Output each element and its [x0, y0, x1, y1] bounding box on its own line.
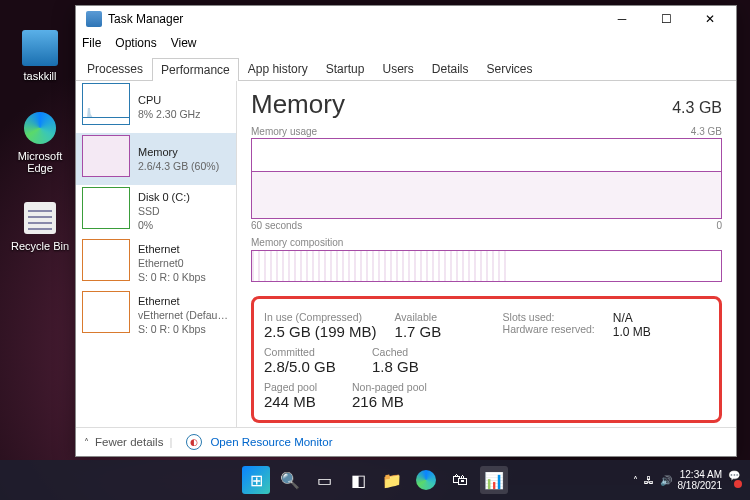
menu-file[interactable]: File [82, 36, 101, 50]
widgets-icon[interactable]: ◧ [344, 466, 372, 494]
desktop-icon-recycle-bin[interactable]: Recycle Bin [10, 200, 70, 252]
resource-monitor-icon: ◐ [186, 434, 202, 450]
sidebar-item-label: Memory [138, 145, 219, 159]
minimize-button[interactable]: ─ [600, 6, 644, 32]
time-axis-left: 60 seconds [251, 220, 302, 231]
search-icon[interactable]: 🔍 [276, 466, 304, 494]
sidebar-item-memory[interactable]: Memory2.6/4.3 GB (60%) [76, 133, 236, 185]
network-icon[interactable]: 🖧 [644, 475, 654, 486]
performance-main: Memory 4.3 GB Memory usage4.3 GB 60 seco… [237, 81, 736, 427]
usage-label: Memory usage [251, 126, 317, 137]
tab-users[interactable]: Users [373, 57, 422, 80]
notifications-icon[interactable]: 💬 [728, 470, 744, 490]
memory-composition-graph [251, 250, 722, 282]
stat-paged: 244 MB [264, 393, 334, 410]
close-button[interactable]: ✕ [688, 6, 732, 32]
tabstrip: Processes Performance App history Startu… [76, 54, 736, 81]
stat-committed: 2.8/5.0 GB [264, 358, 354, 375]
disk-thumb [82, 187, 130, 229]
desktop-icon-label: taskkill [23, 70, 56, 82]
tab-services[interactable]: Services [478, 57, 542, 80]
stat-label: Committed [264, 346, 354, 358]
sidebar-item-disk[interactable]: Disk 0 (C:)SSD0% [76, 185, 236, 237]
stat-label: Paged pool [264, 381, 334, 393]
memory-stats-panel: In use (Compressed)2.5 GB (199 MB) Avail… [251, 296, 722, 423]
stat-hardware-reserved: 1.0 MB [613, 325, 703, 339]
performance-sidebar: CPU8% 2.30 GHz Memory2.6/4.3 GB (60%) Di… [76, 81, 237, 427]
clock[interactable]: 12:34 AM 8/18/2021 [678, 469, 723, 491]
folder-icon [22, 30, 58, 66]
ethernet-thumb [82, 239, 130, 281]
stat-slots: N/A [613, 311, 703, 325]
sidebar-item-label: CPU [138, 93, 200, 107]
window-title: Task Manager [108, 12, 600, 26]
tab-app-history[interactable]: App history [239, 57, 317, 80]
app-icon [86, 11, 102, 27]
window-footer: ˄ Fewer details | ◐ Open Resource Monito… [76, 427, 736, 456]
sidebar-item-cpu[interactable]: CPU8% 2.30 GHz [76, 81, 236, 133]
memory-total: 4.3 GB [672, 99, 722, 117]
start-button[interactable]: ⊞ [242, 466, 270, 494]
desktop-icon-taskkill[interactable]: taskkill [10, 30, 70, 82]
stat-nonpaged: 216 MB [352, 393, 442, 410]
sidebar-item-label: Ethernet [138, 294, 230, 308]
stat-available: 1.7 GB [395, 323, 485, 340]
open-resource-monitor-link[interactable]: Open Resource Monitor [210, 436, 332, 448]
stat-cached: 1.8 GB [372, 358, 462, 375]
task-manager-taskbar-icon[interactable]: 📊 [480, 466, 508, 494]
menu-view[interactable]: View [171, 36, 197, 50]
desktop-icon-edge[interactable]: Microsoft Edge [10, 110, 70, 174]
time-axis-right: 0 [716, 220, 722, 231]
tab-startup[interactable]: Startup [317, 57, 374, 80]
stat-label: Hardware reserved: [503, 323, 595, 335]
stat-label: Available [395, 311, 485, 323]
sidebar-item-label: Ethernet [138, 242, 206, 256]
tab-performance[interactable]: Performance [152, 58, 239, 81]
tab-details[interactable]: Details [423, 57, 478, 80]
page-title: Memory [251, 89, 345, 120]
taskbar[interactable]: ⊞ 🔍 ▭ ◧ 📁 🛍 📊 ˄ 🖧 🔊 12:34 AM 8/18/2021 💬 [0, 460, 750, 500]
desktop-icon-label: Recycle Bin [11, 240, 69, 252]
cpu-thumb [82, 83, 130, 125]
stat-label: In use (Compressed) [264, 311, 377, 323]
chevron-up-icon[interactable]: ˄ [633, 475, 638, 486]
store-icon[interactable]: 🛍 [446, 466, 474, 494]
recycle-bin-icon [22, 200, 58, 236]
sidebar-item-ethernet-1[interactable]: EthernetvEthernet (Default ...S: 0 R: 0 … [76, 289, 236, 341]
memory-usage-graph [251, 138, 722, 219]
chevron-up-icon: ˄ [84, 437, 89, 448]
stat-in-use: 2.5 GB (199 MB) [264, 323, 377, 340]
system-tray[interactable]: ˄ 🖧 🔊 12:34 AM 8/18/2021 💬 [633, 469, 745, 491]
titlebar[interactable]: Task Manager ─ ☐ ✕ [76, 6, 736, 32]
memory-thumb [82, 135, 130, 177]
desktop: taskkill Microsoft Edge Recycle Bin Task… [0, 0, 750, 500]
sidebar-item-label: Disk 0 (C:) [138, 190, 190, 204]
composition-label: Memory composition [251, 237, 343, 248]
desktop-icon-label: Microsoft Edge [18, 150, 63, 174]
menubar: File Options View [76, 32, 736, 54]
task-view-icon[interactable]: ▭ [310, 466, 338, 494]
sidebar-item-ethernet-0[interactable]: EthernetEthernet0S: 0 R: 0 Kbps [76, 237, 236, 289]
task-manager-window: Task Manager ─ ☐ ✕ File Options View Pro… [75, 5, 737, 457]
maximize-button[interactable]: ☐ [644, 6, 688, 32]
menu-options[interactable]: Options [115, 36, 156, 50]
fewer-details-button[interactable]: Fewer details [95, 436, 163, 448]
edge-taskbar-icon[interactable] [412, 466, 440, 494]
stat-label: Slots used: [503, 311, 595, 323]
tab-processes[interactable]: Processes [78, 57, 152, 80]
volume-icon[interactable]: 🔊 [660, 475, 672, 486]
edge-icon [22, 110, 58, 146]
explorer-icon[interactable]: 📁 [378, 466, 406, 494]
stat-label: Non-paged pool [352, 381, 442, 393]
stat-label: Cached [372, 346, 462, 358]
ethernet-thumb [82, 291, 130, 333]
usage-max: 4.3 GB [691, 126, 722, 137]
